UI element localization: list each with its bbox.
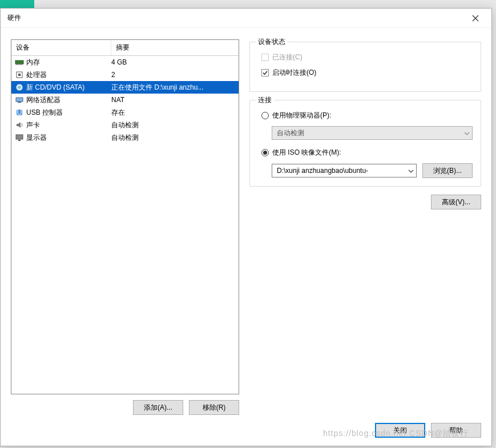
device-list: 设备 摘要 内存4 GB处理器2新 CD/DVD (SATA)正在使用文件 D:… bbox=[11, 39, 239, 394]
nic-icon bbox=[14, 95, 25, 104]
advanced-button[interactable]: 高级(V)... bbox=[431, 195, 481, 209]
radio-dot-icon bbox=[263, 151, 267, 155]
svg-text:U: U bbox=[17, 108, 22, 116]
titlebar: 硬件 bbox=[1, 9, 491, 28]
physical-drive-label: 使用物理驱动器(P): bbox=[272, 111, 331, 120]
monitor-icon bbox=[14, 133, 25, 142]
device-name: 声卡 bbox=[25, 120, 111, 130]
browse-button[interactable]: 浏览(B)... bbox=[422, 163, 473, 178]
svg-rect-14 bbox=[18, 140, 21, 141]
col-device[interactable]: 设备 bbox=[11, 40, 111, 55]
device-row[interactable]: 新 CD/DVD (SATA)正在使用文件 D:\xunji anzhu... bbox=[11, 81, 239, 94]
connect-on-power-row[interactable]: 启动时连接(O) bbox=[261, 68, 473, 78]
device-row[interactable]: 声卡自动检测 bbox=[11, 119, 239, 131]
remove-button[interactable]: 移除(R) bbox=[189, 400, 239, 415]
device-name: 内存 bbox=[25, 58, 111, 67]
device-list-header: 设备 摘要 bbox=[11, 40, 239, 56]
sound-icon bbox=[14, 120, 25, 130]
device-row[interactable]: UUSB 控制器存在 bbox=[11, 106, 239, 119]
device-summary: 自动检测 bbox=[111, 133, 239, 143]
connected-label: 已连接(C) bbox=[272, 53, 303, 62]
connect-on-power-checkbox[interactable] bbox=[261, 69, 269, 76]
svg-rect-1 bbox=[16, 64, 17, 65]
right-panel: 设备状态 已连接(C) 启动时连接(O) 连接 使用物理驱动器(P): bbox=[249, 39, 481, 415]
connect-on-power-label: 启动时连接(O) bbox=[272, 68, 316, 78]
device-name: 显示器 bbox=[25, 133, 111, 143]
usb-icon: U bbox=[14, 108, 25, 117]
dialog-title: 硬件 bbox=[7, 13, 463, 23]
iso-radio[interactable] bbox=[261, 149, 269, 156]
left-panel: 设备 摘要 内存4 GB处理器2新 CD/DVD (SATA)正在使用文件 D:… bbox=[11, 39, 239, 415]
device-name: 处理器 bbox=[25, 70, 111, 80]
svg-rect-4 bbox=[21, 64, 22, 65]
physical-drive-value: 自动检测 bbox=[277, 128, 304, 138]
iso-path-value: D:\xunji anzhuangbao\ubuntu- bbox=[277, 167, 368, 175]
device-name: 新 CD/DVD (SATA) bbox=[25, 83, 111, 92]
device-row[interactable]: 网络适配器NAT bbox=[11, 94, 239, 106]
iso-radio-row[interactable]: 使用 ISO 映像文件(M): bbox=[261, 148, 473, 158]
add-button[interactable]: 添加(A)... bbox=[133, 400, 183, 415]
cd-icon bbox=[14, 83, 25, 92]
cpu-icon bbox=[14, 70, 25, 79]
col-summary[interactable]: 摘要 bbox=[111, 40, 239, 55]
close-button[interactable] bbox=[463, 10, 488, 27]
dialog-footer: 关闭 帮助 bbox=[1, 415, 491, 446]
svg-point-8 bbox=[19, 87, 21, 88]
close-icon bbox=[472, 15, 479, 22]
connected-checkbox-row[interactable]: 已连接(C) bbox=[261, 53, 473, 62]
device-summary: 正在使用文件 D:\xunji anzhu... bbox=[111, 83, 239, 92]
connection-group: 连接 使用物理驱动器(P): 自动检测 使用 ISO 映像文件(M): bbox=[249, 100, 481, 187]
svg-rect-9 bbox=[16, 98, 23, 102]
svg-rect-3 bbox=[19, 64, 21, 65]
chevron-down-icon bbox=[464, 129, 470, 137]
device-summary: NAT bbox=[111, 96, 239, 104]
physical-drive-dropdown: 自动检测 bbox=[272, 126, 473, 140]
connection-legend: 连接 bbox=[256, 95, 274, 105]
iso-path-dropdown[interactable]: D:\xunji anzhuangbao\ubuntu- bbox=[272, 164, 417, 177]
svg-rect-0 bbox=[15, 60, 23, 64]
device-row[interactable]: 处理器2 bbox=[11, 68, 239, 81]
svg-rect-10 bbox=[18, 102, 21, 103]
help-button[interactable]: 帮助 bbox=[431, 423, 481, 438]
svg-rect-6 bbox=[18, 74, 21, 76]
memory-icon bbox=[14, 58, 25, 67]
device-summary: 存在 bbox=[111, 108, 239, 118]
device-name: 网络适配器 bbox=[25, 95, 111, 105]
connected-checkbox bbox=[261, 54, 269, 61]
device-summary: 2 bbox=[111, 71, 239, 79]
status-legend: 设备状态 bbox=[256, 37, 288, 47]
svg-rect-13 bbox=[16, 135, 23, 139]
physical-drive-radio[interactable] bbox=[261, 112, 269, 119]
check-icon bbox=[263, 70, 268, 75]
svg-rect-2 bbox=[18, 64, 19, 65]
device-summary: 自动检测 bbox=[111, 120, 239, 130]
close-dialog-button[interactable]: 关闭 bbox=[375, 423, 425, 438]
device-summary: 4 GB bbox=[111, 58, 239, 66]
device-name: USB 控制器 bbox=[25, 108, 111, 118]
device-status-group: 设备状态 已连接(C) 启动时连接(O) bbox=[249, 42, 481, 92]
physical-drive-radio-row[interactable]: 使用物理驱动器(P): bbox=[261, 111, 473, 120]
hardware-dialog: 硬件 设备 摘要 内存4 GB处理器2新 CD/DVD (SATA)正在使用文件… bbox=[0, 8, 492, 446]
device-row[interactable]: 显示器自动检测 bbox=[11, 131, 239, 144]
iso-label: 使用 ISO 映像文件(M): bbox=[272, 148, 341, 158]
device-row[interactable]: 内存4 GB bbox=[11, 56, 239, 68]
chevron-down-icon bbox=[408, 167, 414, 175]
